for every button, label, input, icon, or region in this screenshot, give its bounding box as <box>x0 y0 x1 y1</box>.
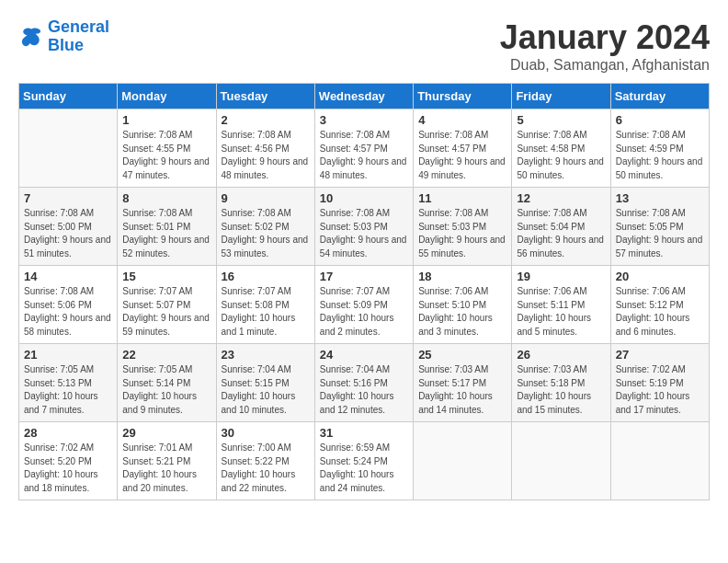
calendar-cell: 20 Sunrise: 7:06 AM Sunset: 5:12 PM Dayl… <box>610 266 709 344</box>
calendar-cell: 3 Sunrise: 7:08 AM Sunset: 4:57 PM Dayli… <box>314 109 413 188</box>
day-info: Sunrise: 7:07 AM Sunset: 5:08 PM Dayligh… <box>222 285 310 339</box>
day-info: Sunrise: 7:02 AM Sunset: 5:19 PM Dayligh… <box>616 363 704 417</box>
day-number: 15 <box>122 270 210 283</box>
day-info: Sunrise: 7:08 AM Sunset: 5:00 PM Dayligh… <box>24 207 112 260</box>
calendar-cell <box>512 422 610 500</box>
calendar-cell: 30 Sunrise: 7:00 AM Sunset: 5:22 PM Dayl… <box>216 422 314 500</box>
day-number: 2 <box>222 113 310 127</box>
calendar-cell: 19 Sunrise: 7:06 AM Sunset: 5:11 PM Dayl… <box>512 266 610 344</box>
day-info: Sunrise: 7:08 AM Sunset: 5:04 PM Dayligh… <box>517 207 605 260</box>
day-info: Sunrise: 7:06 AM Sunset: 5:12 PM Dayligh… <box>616 285 704 339</box>
calendar-cell <box>414 422 512 500</box>
calendar-cell: 12 Sunrise: 7:08 AM Sunset: 5:04 PM Dayl… <box>512 188 610 266</box>
weekday-header-thursday: Thursday <box>414 84 512 109</box>
day-info: Sunrise: 7:08 AM Sunset: 4:57 PM Dayligh… <box>320 129 408 182</box>
day-info: Sunrise: 6:59 AM Sunset: 5:24 PM Dayligh… <box>320 442 408 495</box>
day-info: Sunrise: 7:06 AM Sunset: 5:11 PM Dayligh… <box>517 285 605 339</box>
logo: General Blue <box>18 18 109 55</box>
weekday-header-wednesday: Wednesday <box>314 84 413 109</box>
day-number: 5 <box>517 113 605 127</box>
calendar-cell: 16 Sunrise: 7:07 AM Sunset: 5:08 PM Dayl… <box>216 266 314 344</box>
day-number: 16 <box>222 270 310 283</box>
day-info: Sunrise: 7:02 AM Sunset: 5:20 PM Dayligh… <box>24 442 112 495</box>
day-number: 21 <box>24 348 112 362</box>
day-info: Sunrise: 7:03 AM Sunset: 5:17 PM Dayligh… <box>418 363 506 417</box>
day-info: Sunrise: 7:05 AM Sunset: 5:13 PM Dayligh… <box>24 363 112 417</box>
calendar-cell: 2 Sunrise: 7:08 AM Sunset: 4:56 PM Dayli… <box>216 109 314 188</box>
day-number: 30 <box>222 426 310 440</box>
day-number: 25 <box>418 348 506 362</box>
day-number: 11 <box>418 191 506 205</box>
day-number: 18 <box>418 270 506 283</box>
calendar-cell: 6 Sunrise: 7:08 AM Sunset: 4:59 PM Dayli… <box>610 109 709 188</box>
calendar-cell: 13 Sunrise: 7:08 AM Sunset: 5:05 PM Dayl… <box>610 188 709 266</box>
weekday-header-saturday: Saturday <box>610 84 709 109</box>
calendar-cell: 26 Sunrise: 7:03 AM Sunset: 5:18 PM Dayl… <box>512 344 610 422</box>
day-info: Sunrise: 7:04 AM Sunset: 5:15 PM Dayligh… <box>222 363 310 417</box>
weekday-header-sunday: Sunday <box>19 84 118 109</box>
day-number: 29 <box>122 426 210 440</box>
day-info: Sunrise: 7:08 AM Sunset: 5:03 PM Dayligh… <box>418 207 506 260</box>
day-number: 22 <box>122 348 210 362</box>
calendar-cell <box>19 109 118 188</box>
day-info: Sunrise: 7:08 AM Sunset: 4:58 PM Dayligh… <box>517 129 605 182</box>
day-info: Sunrise: 7:08 AM Sunset: 4:55 PM Dayligh… <box>122 129 210 182</box>
calendar-cell: 11 Sunrise: 7:08 AM Sunset: 5:03 PM Dayl… <box>414 188 512 266</box>
day-number: 27 <box>616 348 704 362</box>
calendar-cell: 1 Sunrise: 7:08 AM Sunset: 4:55 PM Dayli… <box>118 109 216 188</box>
day-number: 9 <box>222 191 310 205</box>
day-info: Sunrise: 7:03 AM Sunset: 5:18 PM Dayligh… <box>517 363 605 417</box>
calendar-cell: 5 Sunrise: 7:08 AM Sunset: 4:58 PM Dayli… <box>512 109 610 188</box>
day-number: 24 <box>320 348 408 362</box>
day-number: 3 <box>320 113 408 127</box>
calendar-cell: 29 Sunrise: 7:01 AM Sunset: 5:21 PM Dayl… <box>118 422 216 500</box>
day-info: Sunrise: 7:08 AM Sunset: 4:57 PM Dayligh… <box>418 129 506 182</box>
calendar-cell: 7 Sunrise: 7:08 AM Sunset: 5:00 PM Dayli… <box>19 188 118 266</box>
page-header: General Blue January 2024 Duab, Samangan… <box>18 18 710 74</box>
day-info: Sunrise: 7:08 AM Sunset: 5:02 PM Dayligh… <box>222 207 310 260</box>
title-section: January 2024 Duab, Samangan, Afghanistan <box>500 18 710 74</box>
calendar-cell: 17 Sunrise: 7:07 AM Sunset: 5:09 PM Dayl… <box>314 266 413 344</box>
calendar-cell: 10 Sunrise: 7:08 AM Sunset: 5:03 PM Dayl… <box>314 188 413 266</box>
day-info: Sunrise: 7:08 AM Sunset: 4:59 PM Dayligh… <box>616 129 704 182</box>
week-row-2: 7 Sunrise: 7:08 AM Sunset: 5:00 PM Dayli… <box>19 188 710 266</box>
location-subtitle: Duab, Samangan, Afghanistan <box>500 57 710 74</box>
calendar-table: SundayMondayTuesdayWednesdayThursdayFrid… <box>18 83 710 500</box>
week-row-5: 28 Sunrise: 7:02 AM Sunset: 5:20 PM Dayl… <box>19 422 710 500</box>
calendar-cell: 18 Sunrise: 7:06 AM Sunset: 5:10 PM Dayl… <box>414 266 512 344</box>
day-number: 19 <box>517 270 605 283</box>
day-number: 10 <box>320 191 408 205</box>
week-row-4: 21 Sunrise: 7:05 AM Sunset: 5:13 PM Dayl… <box>19 344 710 422</box>
week-row-3: 14 Sunrise: 7:08 AM Sunset: 5:06 PM Dayl… <box>19 266 710 344</box>
day-number: 26 <box>517 348 605 362</box>
calendar-cell: 27 Sunrise: 7:02 AM Sunset: 5:19 PM Dayl… <box>610 344 709 422</box>
logo-text: General Blue <box>48 18 109 55</box>
calendar-cell: 15 Sunrise: 7:07 AM Sunset: 5:07 PM Dayl… <box>118 266 216 344</box>
day-info: Sunrise: 7:08 AM Sunset: 4:56 PM Dayligh… <box>222 129 310 182</box>
day-number: 23 <box>222 348 310 362</box>
day-number: 6 <box>616 113 704 127</box>
day-info: Sunrise: 7:08 AM Sunset: 5:03 PM Dayligh… <box>320 207 408 260</box>
weekday-header-row: SundayMondayTuesdayWednesdayThursdayFrid… <box>19 84 710 109</box>
day-info: Sunrise: 7:08 AM Sunset: 5:05 PM Dayligh… <box>616 207 704 260</box>
day-number: 13 <box>616 191 704 205</box>
calendar-cell: 4 Sunrise: 7:08 AM Sunset: 4:57 PM Dayli… <box>414 109 512 188</box>
calendar-cell: 25 Sunrise: 7:03 AM Sunset: 5:17 PM Dayl… <box>414 344 512 422</box>
day-number: 28 <box>24 426 112 440</box>
calendar-cell: 23 Sunrise: 7:04 AM Sunset: 5:15 PM Dayl… <box>216 344 314 422</box>
day-number: 31 <box>320 426 408 440</box>
day-info: Sunrise: 7:04 AM Sunset: 5:16 PM Dayligh… <box>320 363 408 417</box>
day-info: Sunrise: 7:08 AM Sunset: 5:06 PM Dayligh… <box>24 285 112 339</box>
day-number: 1 <box>122 113 210 127</box>
calendar-cell: 31 Sunrise: 6:59 AM Sunset: 5:24 PM Dayl… <box>314 422 413 500</box>
calendar-cell: 22 Sunrise: 7:05 AM Sunset: 5:14 PM Dayl… <box>118 344 216 422</box>
day-info: Sunrise: 7:07 AM Sunset: 5:07 PM Dayligh… <box>122 285 210 339</box>
calendar-cell: 14 Sunrise: 7:08 AM Sunset: 5:06 PM Dayl… <box>19 266 118 344</box>
day-number: 12 <box>517 191 605 205</box>
day-info: Sunrise: 7:01 AM Sunset: 5:21 PM Dayligh… <box>122 442 210 495</box>
calendar-cell: 21 Sunrise: 7:05 AM Sunset: 5:13 PM Dayl… <box>19 344 118 422</box>
weekday-header-monday: Monday <box>118 84 216 109</box>
calendar-cell: 8 Sunrise: 7:08 AM Sunset: 5:01 PM Dayli… <box>118 188 216 266</box>
calendar-cell: 24 Sunrise: 7:04 AM Sunset: 5:16 PM Dayl… <box>314 344 413 422</box>
weekday-header-tuesday: Tuesday <box>216 84 314 109</box>
